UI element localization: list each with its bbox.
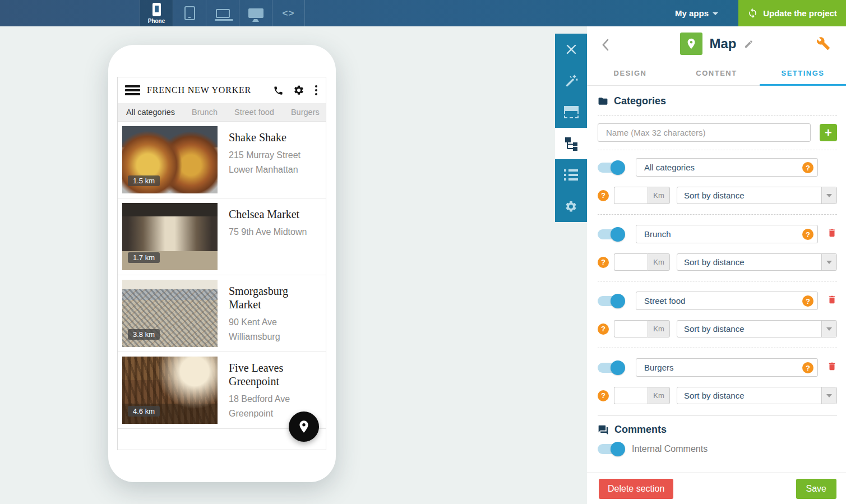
trash-icon	[827, 227, 837, 239]
dropdown-caret	[821, 187, 836, 204]
category-tab-all[interactable]: All categories	[126, 108, 175, 117]
top-bar: Phone <> My apps Update the project	[0, 0, 846, 26]
tab-content[interactable]: CONTENT	[673, 61, 760, 85]
sort-order-dropdown[interactable]: Sort by distance	[677, 320, 837, 337]
help-icon[interactable]: ?	[598, 257, 609, 268]
category-group: ? ? Km Sort by distance	[598, 225, 837, 281]
category-tab-street-food[interactable]: Street food	[234, 108, 274, 117]
sort-order-dropdown[interactable]: Sort by distance	[677, 187, 837, 204]
help-icon[interactable]: ?	[802, 362, 813, 373]
device-tab-desktop[interactable]	[239, 0, 272, 26]
delete-category-button[interactable]	[827, 360, 837, 374]
gear-icon	[565, 200, 577, 213]
comments-icon	[598, 424, 609, 436]
internal-comments-label: Internal Comments	[632, 444, 708, 454]
help-icon[interactable]: ?	[598, 390, 609, 401]
advanced-settings-button[interactable]	[816, 36, 830, 53]
map-pin-icon	[685, 38, 697, 50]
listing-name: Five Leaves Greenpoint	[229, 361, 313, 388]
divider	[598, 281, 837, 281]
help-icon[interactable]: ?	[598, 190, 609, 201]
category-group: ? ? Km Sort by distance	[598, 158, 837, 215]
update-project-button[interactable]: Update the project	[738, 0, 846, 26]
panel-body: Categories + ? ? Km Sort b	[587, 86, 846, 473]
radius-km-input[interactable]	[614, 387, 648, 404]
list-item[interactable]: 1.5 km Shake Shake 215 Murray Street Low…	[118, 122, 326, 198]
category-tab-brunch[interactable]: Brunch	[192, 108, 218, 117]
category-name-input[interactable]	[636, 225, 818, 243]
chevron-left-icon	[602, 39, 609, 51]
device-tab-laptop[interactable]	[206, 0, 239, 26]
call-icon[interactable]	[273, 85, 284, 96]
category-name-input[interactable]	[636, 358, 818, 377]
category-name-input[interactable]	[636, 158, 818, 177]
laptop-icon	[216, 9, 230, 18]
listing-name: Smorgasburg Market	[229, 284, 313, 311]
distance-badge: 4.6 km	[128, 406, 160, 417]
help-icon[interactable]: ?	[598, 323, 609, 335]
toolbar-list-button[interactable]	[555, 159, 587, 191]
my-apps-menu[interactable]: My apps	[675, 0, 718, 26]
sort-order-dropdown[interactable]: Sort by distance	[677, 387, 837, 404]
new-category-name-input[interactable]	[598, 123, 811, 142]
category-enabled-toggle[interactable]	[598, 163, 623, 173]
toolbar-settings-button[interactable]	[555, 191, 587, 222]
back-button[interactable]	[599, 36, 611, 56]
overflow-menu-icon[interactable]	[314, 84, 318, 96]
category-enabled-toggle[interactable]	[598, 363, 623, 373]
gear-icon[interactable]	[293, 85, 304, 96]
category-tab-burgers[interactable]: Burgers	[291, 108, 320, 117]
toolbar-close-button[interactable]	[555, 34, 587, 65]
delete-section-button[interactable]: Delete section	[599, 479, 673, 499]
dropdown-caret	[821, 387, 836, 404]
rename-section-button[interactable]	[744, 39, 753, 51]
delete-category-button[interactable]	[827, 227, 837, 241]
category-enabled-toggle[interactable]	[598, 296, 623, 306]
tab-design[interactable]: DESIGN	[587, 61, 673, 85]
km-unit-label: Km	[648, 320, 670, 337]
help-icon[interactable]: ?	[802, 229, 813, 240]
category-group: ? ? Km Sort by distance	[598, 292, 837, 348]
listing-address: 75 9th Ave Midtown	[229, 225, 321, 239]
device-preview-tabs: Phone <>	[140, 0, 305, 26]
list-item[interactable]: 1.7 km Chelsea Market 75 9th Ave Midtown	[118, 198, 326, 275]
add-category-button[interactable]: +	[820, 124, 837, 141]
internal-comments-toggle[interactable]	[598, 444, 623, 454]
trash-icon	[827, 294, 837, 306]
listing-address: 215 Murray Street Lower Manhattan	[229, 148, 321, 177]
map-fab-button[interactable]	[289, 411, 319, 442]
device-tab-code[interactable]: <>	[272, 0, 305, 26]
map-pin-icon	[297, 419, 311, 434]
category-name-input[interactable]	[636, 292, 818, 310]
comments-header-label: Comments	[614, 424, 667, 436]
category-enabled-toggle[interactable]	[598, 229, 623, 239]
radius-km-input[interactable]	[614, 187, 648, 204]
categories-header-label: Categories	[614, 95, 666, 107]
radius-km-input[interactable]	[614, 253, 648, 271]
list-item[interactable]: 3.8 km Smorgasburg Market 90 Kent Ave Wi…	[118, 275, 326, 352]
dropdown-caret	[821, 321, 836, 337]
device-tab-phone[interactable]: Phone	[140, 0, 173, 26]
help-icon[interactable]: ?	[802, 162, 813, 173]
divider	[598, 348, 837, 348]
hamburger-menu-icon[interactable]	[125, 84, 140, 97]
phone-icon	[152, 3, 161, 16]
sort-order-dropdown[interactable]: Sort by distance	[677, 253, 837, 271]
delete-category-button[interactable]	[827, 294, 837, 308]
wrench-icon	[816, 36, 830, 50]
list-icon	[564, 167, 578, 183]
tab-settings[interactable]: SETTINGS	[760, 61, 846, 85]
km-unit-label: Km	[648, 187, 670, 204]
divider	[598, 415, 837, 416]
tablet-icon	[184, 6, 195, 20]
toolbar-magic-wand-button[interactable]	[555, 65, 587, 96]
help-icon[interactable]: ?	[802, 295, 813, 307]
toolbar-sections-button[interactable]	[555, 128, 587, 159]
radius-km-input[interactable]	[614, 320, 648, 337]
toolbar-header-button[interactable]	[555, 96, 587, 128]
trash-icon	[827, 360, 837, 372]
device-tab-tablet[interactable]	[173, 0, 206, 26]
close-icon	[566, 44, 576, 54]
save-button[interactable]: Save	[796, 479, 836, 499]
sync-icon	[747, 8, 758, 19]
